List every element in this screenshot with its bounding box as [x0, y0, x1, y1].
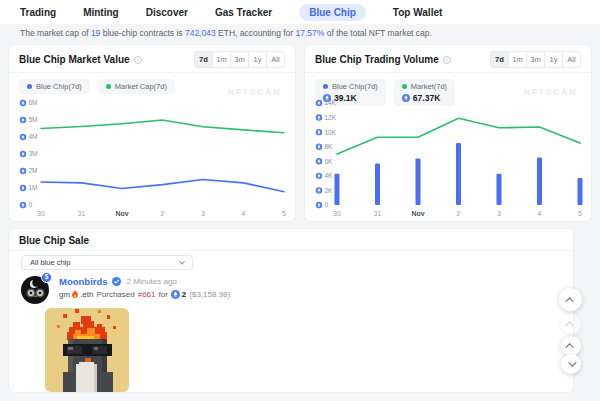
sale-timestamp: 2 Minutes ago	[127, 277, 177, 286]
trading-volume-panel: Blue Chip Trading Volume 7d1m3m1yAll Blu…	[304, 44, 592, 222]
summary-contract-count: 19	[91, 28, 100, 38]
info-icon[interactable]	[134, 56, 142, 64]
svg-text:2K: 2K	[325, 187, 334, 194]
summary-text: ETH, accounting for	[216, 28, 296, 38]
svg-text:6M: 6M	[29, 99, 38, 106]
legend-dot	[106, 84, 111, 89]
nav-item-trading[interactable]: Trading	[20, 7, 56, 18]
svg-text:4: 4	[538, 210, 542, 217]
verified-badge-icon	[112, 277, 121, 286]
chevron-down-icon	[179, 258, 185, 264]
buyer-link[interactable]: gm .eth	[59, 290, 93, 299]
buyer-name: gm	[59, 290, 70, 299]
svg-text:Nov: Nov	[411, 210, 424, 217]
nav-item-top-wallet[interactable]: Top Wallet	[393, 7, 442, 18]
svg-text:3M: 3M	[29, 150, 38, 157]
svg-text:14K: 14K	[325, 99, 337, 106]
sale-feed-item: $ Moonbirds 2 Minutes ago gm	[21, 276, 561, 304]
sale-price-eth: 2	[171, 290, 186, 299]
range-button-all[interactable]: All	[562, 51, 581, 68]
nav-item-discover[interactable]: Discover	[146, 7, 188, 18]
filter-selected-value: All blue chip	[30, 258, 70, 267]
summary-text: The market cap of	[20, 28, 91, 38]
nft-image[interactable]	[45, 308, 129, 392]
chevron-down-icon	[568, 358, 576, 366]
sale-text: Moonbirds 2 Minutes ago gm .eth	[59, 276, 230, 299]
panel-title: Blue Chip Market Value	[19, 54, 142, 65]
legend-dot	[27, 84, 32, 89]
collection-filter-dropdown[interactable]: All blue chip	[21, 255, 193, 270]
nftscan-watermark: NFTSCAN	[228, 87, 282, 97]
scroll-button-disabled[interactable]	[561, 314, 581, 334]
nav-item-minting[interactable]: Minting	[83, 7, 119, 18]
range-selector: 7d1m3m1yAll	[194, 51, 285, 68]
svg-text:4K: 4K	[325, 172, 334, 179]
panel-title: Blue Chip Sale	[19, 235, 89, 246]
svg-text:31: 31	[374, 210, 382, 217]
svg-text:12K: 12K	[325, 114, 337, 121]
sale-price-usd: ($3,158.98)	[189, 290, 230, 299]
legend-item-market-cap-7d-[interactable]: Market Cap(7d)	[98, 79, 175, 94]
blue-chip-sale-title: Blue Chip Sale	[19, 235, 89, 246]
token-id-link[interactable]: #661	[138, 290, 156, 299]
feed-scroll-up-button[interactable]	[561, 336, 581, 356]
range-button-3m[interactable]: 3m	[230, 51, 249, 68]
summary-text: of the total NFT market cap.	[324, 28, 432, 38]
chevron-up-icon	[565, 343, 573, 351]
svg-text:2M: 2M	[29, 167, 38, 174]
svg-text:2: 2	[161, 210, 165, 217]
feed-scroll-down-button[interactable]	[561, 354, 581, 374]
collection-avatar[interactable]: $	[21, 276, 49, 304]
fire-emoji-icon	[71, 290, 79, 299]
range-button-all[interactable]: All	[266, 51, 285, 68]
range-button-1y[interactable]: 1y	[544, 51, 563, 68]
svg-text:5: 5	[578, 210, 582, 217]
action-label: Purchased	[96, 290, 134, 299]
range-button-1y[interactable]: 1y	[248, 51, 267, 68]
svg-text:10K: 10K	[325, 129, 337, 136]
svg-text:Nov: Nov	[115, 210, 128, 217]
top-nav: TradingMintingDiscoverGas TrackerBlue Ch…	[0, 0, 600, 24]
legend-label: Blue Chip(7d)	[332, 82, 378, 91]
nftscan-watermark: NFTSCAN	[524, 87, 578, 97]
buyer-domain: .eth	[80, 290, 93, 299]
chevron-up-icon	[565, 297, 573, 305]
summary-percentage: 17.57%	[296, 28, 325, 38]
nav-item-blue-chip[interactable]: Blue Chip	[299, 4, 366, 21]
chevron-up-icon	[565, 321, 573, 329]
blue-chip-sale-panel: Blue Chip Sale All blue chip $	[8, 228, 574, 393]
moonbird-661-pixel-art	[45, 308, 129, 392]
svg-text:0: 0	[29, 201, 33, 208]
price-eth-value: 2	[182, 290, 186, 299]
market-value-chart[interactable]: 6M5M4M3M2M1M03031Nov2345	[15, 97, 291, 219]
market-value-panel: Blue Chip Market Value 7d1m3m1yAll Blue …	[8, 44, 296, 222]
range-button-7d[interactable]: 7d	[490, 51, 509, 68]
svg-text:4: 4	[242, 210, 246, 217]
range-button-1m[interactable]: 1m	[508, 51, 527, 68]
for-label: for	[159, 290, 168, 299]
legend-label: Market Cap(7d)	[115, 82, 167, 91]
legend-item-blue-chip-7d-[interactable]: Blue Chip(7d)	[19, 79, 90, 94]
trading-volume-chart[interactable]: 14K12K10K8K6K4K2K03031Nov2345	[311, 97, 587, 219]
range-button-7d[interactable]: 7d	[194, 51, 213, 68]
legend-label: Market(7d)	[411, 82, 447, 91]
svg-text:31: 31	[78, 210, 86, 217]
range-button-1m[interactable]: 1m	[212, 51, 231, 68]
svg-text:5M: 5M	[29, 116, 38, 123]
range-button-3m[interactable]: 3m	[526, 51, 545, 68]
svg-text:5: 5	[282, 210, 286, 217]
summary-text: blue-chip contracts is	[100, 28, 185, 38]
info-icon[interactable]	[443, 56, 451, 64]
svg-text:30: 30	[37, 210, 45, 217]
nav-item-gas-tracker[interactable]: Gas Tracker	[215, 7, 272, 18]
svg-text:3: 3	[201, 210, 205, 217]
scroll-to-top-button[interactable]	[559, 288, 582, 311]
collection-name-link[interactable]: Moonbirds	[59, 276, 108, 287]
svg-text:6K: 6K	[325, 158, 334, 165]
market-value-title: Blue Chip Market Value	[19, 54, 130, 65]
legend-dot	[323, 84, 328, 89]
legend-dot	[402, 84, 407, 89]
range-selector: 7d1m3m1yAll	[490, 51, 581, 68]
eth-icon	[171, 290, 180, 299]
svg-text:0: 0	[325, 201, 329, 208]
